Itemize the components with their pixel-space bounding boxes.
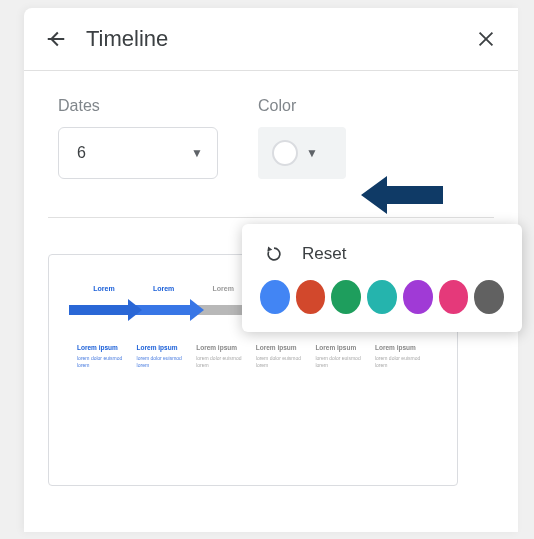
timeline-item: Lorem ipsum lorem dolor euismod lorem [137,344,191,368]
color-option-gray[interactable] [474,280,504,314]
color-group: Color ▼ [258,97,346,179]
timeline-item-body: lorem dolor euismod lorem [315,355,369,368]
reset-icon [264,244,284,264]
controls-row: Dates 6 ▼ Color ▼ [24,71,518,189]
color-option-pink[interactable] [439,280,469,314]
timeline-item-title: Lorem ipsum [196,344,250,351]
color-popover: Reset [242,224,522,332]
timeline-item-body: lorem dolor euismod lorem [77,355,131,368]
arrow-left-icon [45,28,67,50]
color-option-teal[interactable] [367,280,397,314]
timeline-item-title: Lorem ipsum [256,344,310,351]
timeline-item: Lorem ipsum lorem dolor euismod lorem [375,344,429,368]
timeline-item: Lorem ipsum lorem dolor euismod lorem [256,344,310,368]
timeline-segment [69,305,130,315]
timeline-item-body: lorem dolor euismod lorem [196,355,250,368]
caret-down-icon: ▼ [306,146,318,160]
timeline-item-title: Lorem ipsum [375,344,429,351]
reset-label: Reset [302,244,346,264]
timeline-top-label: Lorem [77,285,131,292]
color-option-red[interactable] [296,280,326,314]
panel-header: Timeline [24,8,518,71]
timeline-item: Lorem ipsum lorem dolor euismod lorem [77,344,131,368]
back-button[interactable] [44,27,68,51]
reset-button[interactable]: Reset [260,238,504,280]
caret-down-icon: ▼ [191,146,203,160]
dates-select[interactable]: 6 ▼ [58,127,218,179]
color-label: Color [258,97,346,115]
timeline-item-body: lorem dolor euismod lorem [256,355,310,368]
timeline-top-label: Lorem [137,285,191,292]
timeline-item-body: lorem dolor euismod lorem [375,355,429,368]
dates-label: Dates [58,97,218,115]
timeline-item-body: lorem dolor euismod lorem [137,355,191,368]
dates-group: Dates 6 ▼ [58,97,218,179]
timeline-item: Lorem ipsum lorem dolor euismod lorem [315,344,369,368]
timeline-item-title: Lorem ipsum [315,344,369,351]
timeline-items: Lorem ipsum lorem dolor euismod lorem Lo… [69,344,437,368]
timeline-item-title: Lorem ipsum [137,344,191,351]
panel-title: Timeline [86,26,456,52]
close-icon [475,28,497,50]
timeline-item-title: Lorem ipsum [77,344,131,351]
close-button[interactable] [474,27,498,51]
dates-value: 6 [77,144,86,162]
color-current-swatch [272,140,298,166]
color-select[interactable]: ▼ [258,127,346,179]
timeline-item: Lorem ipsum lorem dolor euismod lorem [196,344,250,368]
background-edge [0,2,22,42]
color-option-purple[interactable] [403,280,433,314]
color-option-green[interactable] [331,280,361,314]
color-option-blue[interactable] [260,280,290,314]
color-options [260,280,504,314]
